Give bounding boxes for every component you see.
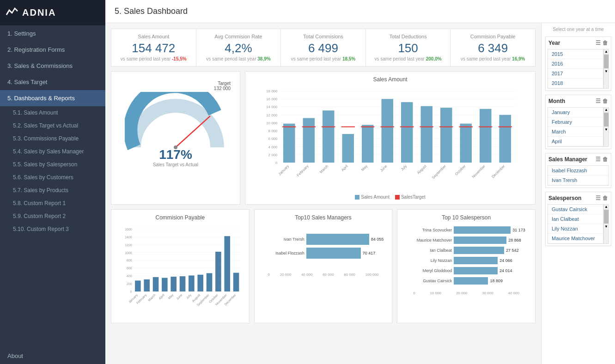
sidebar-sub-target[interactable]: 5.2. Sales Target vs Actual (0, 119, 105, 132)
salesperson-list-wrapper: Gustav Cairsick Ian Clalbeat Lily Nozzan… (548, 204, 609, 244)
month-sort-icon[interactable]: ☰ (596, 98, 601, 104)
svg-rect-98 (233, 273, 239, 292)
sales-manager-filter: Sales Manager ☰ 🗑 Isabel Flozzash Ivan T… (545, 153, 611, 188)
gauge-percent: 117% (153, 147, 198, 162)
commission-chart-box: Commision Payable 0200400600800100012001… (111, 209, 250, 323)
sidebar-item-registration[interactable]: 2. Registration Forms (0, 42, 105, 58)
salesperson-bar-fill (454, 237, 506, 244)
sales-manager-icons: ☰ 🗑 (596, 156, 608, 163)
salesperson-item-maurice[interactable]: Maurice Matchover (548, 234, 603, 243)
salesperson-bar-label: Gustav Cairsick (406, 279, 452, 283)
svg-text:1400: 1400 (125, 236, 132, 239)
bar-chart-container: 02 0004 0006 0008 00010 00012 00014 0001… (250, 86, 530, 193)
svg-text:May: May (167, 293, 174, 300)
gauge-svg (125, 92, 226, 152)
year-sort-icon[interactable]: ☰ (596, 40, 601, 46)
svg-text:2 000: 2 000 (268, 153, 278, 157)
kpi-label-2: Total Commisions (288, 34, 358, 39)
salesperson-bar-label: Maurice Matchover (406, 238, 452, 243)
svg-text:1000: 1000 (125, 251, 132, 255)
salesperson-bar-fill (454, 226, 511, 234)
year-item-2016[interactable]: 2016 (548, 59, 603, 69)
svg-rect-80 (153, 277, 159, 291)
sidebar: ADNIA 1. Settings 2. Registration Forms … (0, 0, 105, 364)
svg-rect-31 (342, 134, 354, 163)
svg-rect-37 (382, 99, 394, 163)
month-clear-icon[interactable]: 🗑 (603, 98, 608, 104)
year-scrollbar[interactable]: ▲ ▼ (603, 49, 609, 89)
bottom-charts-row: Commision Payable 0200400600800100012001… (111, 209, 536, 323)
svg-text:December: December (491, 164, 506, 179)
manager-sort-icon[interactable]: ☰ (596, 156, 601, 163)
svg-rect-49 (460, 124, 472, 163)
commission-svg: 02004006008001000120014001600JanuaryFebr… (116, 224, 244, 317)
svg-text:800: 800 (127, 259, 132, 262)
manager-item-isabel[interactable]: Isabel Flozzash (548, 166, 609, 176)
svg-text:0: 0 (130, 290, 132, 293)
salesperson-item-lily[interactable]: Lily Nozzan (548, 224, 603, 234)
sidebar-sub-by-manager[interactable]: 5.4. Sales by Sales Manager (0, 145, 105, 158)
salesperson-item-gustav[interactable]: Gustav Cairsick (548, 205, 603, 214)
svg-text:February: February (296, 164, 310, 177)
kpi-label-1: Avg Commision Rate (204, 34, 274, 39)
svg-rect-86 (180, 276, 186, 291)
salesperson-bar-row: Ian Clalbeat27 542 (406, 247, 527, 254)
sidebar-sub-custom2[interactable]: 5.9. Custom Report 2 (0, 210, 105, 223)
salesperson-bar-value: 31 173 (512, 228, 525, 232)
year-item-2017[interactable]: 2017 (548, 69, 603, 79)
kpi-label-3: Total Deductions (373, 34, 443, 39)
month-item-february[interactable]: February (548, 117, 603, 127)
year-clear-icon[interactable]: 🗑 (603, 40, 608, 46)
month-item-april[interactable]: April (548, 137, 603, 146)
month-item-march[interactable]: March (548, 127, 603, 137)
year-item-2015[interactable]: 2015 (548, 49, 603, 59)
manager-clear-icon[interactable]: 🗑 (603, 156, 608, 163)
sidebar-item-dashboards[interactable]: 5. Dashboards & Reports (0, 90, 105, 106)
kpi-label-4: Commision Payable (458, 34, 528, 39)
month-scrollbar[interactable]: ▲ ▼ (603, 107, 609, 147)
manager-item-ivan[interactable]: Ivan Trersh (548, 176, 609, 185)
salesperson-filter-list: Gustav Cairsick Ian Clalbeat Lily Nozzan… (548, 204, 603, 244)
sidebar-sub-custom3[interactable]: 5.10. Custom Report 3 (0, 223, 105, 236)
month-item-january[interactable]: January (548, 108, 603, 117)
manager-bar-label: Ivan Trersh (263, 237, 304, 242)
month-filter-icons: ☰ 🗑 (596, 98, 608, 104)
kpi-value-0: 154 472 (119, 41, 189, 55)
svg-text:July: July (185, 293, 192, 300)
kpi-total-deductions: Total Deductions 150 vs same period last… (366, 29, 451, 66)
content-area: Sales Amount 154 472 vs same period last… (105, 23, 615, 364)
sidebar-item-sales-target[interactable]: 4. Sales Target (0, 74, 105, 90)
sidebar-sub-custom1[interactable]: 5.8. Custom Report 1 (0, 197, 105, 210)
month-filter-label: Month (548, 98, 565, 104)
salesperson-item-ian[interactable]: Ian Clalbeat (548, 214, 603, 224)
year-item-2018[interactable]: 2018 (548, 79, 603, 88)
svg-text:200: 200 (127, 282, 132, 285)
sidebar-sub-commissions[interactable]: 5.3. Commissions Payable (0, 132, 105, 145)
salesperson-sort-icon[interactable]: ☰ (596, 195, 601, 201)
salesperson-scrollbar[interactable]: ▲ ▼ (603, 204, 609, 244)
kpi-commission-payable: Commision Payable 6 349 vs same period l… (451, 29, 535, 66)
gauge-label: Sales Target vs Actual (153, 162, 198, 167)
salesperson-label: Salesperson (548, 195, 581, 201)
top10-salesperson-bars: Trina Scovucker31 173Maurice Matchover28… (402, 224, 530, 289)
month-filter: Month ☰ 🗑 January February March April ▲ (545, 95, 611, 149)
sidebar-item-sales-commissions[interactable]: 3. Sales & Commissions (0, 58, 105, 74)
manager-bar-row: Isabel Flozzash70 417 (263, 248, 384, 259)
sidebar-sub-by-salesperson[interactable]: 5.5. Sales by Salesperson (0, 158, 105, 171)
salesperson-bar-row: Gustav Cairsick18 809 (406, 277, 527, 285)
salesperson-clear-icon[interactable]: 🗑 (603, 195, 608, 201)
sidebar-sub-by-customers[interactable]: 5.6. Sales by Customers (0, 171, 105, 184)
svg-text:14 000: 14 000 (266, 105, 278, 109)
sidebar-item-settings[interactable]: 1. Settings (0, 25, 105, 42)
sidebar-sub-sales-amount[interactable]: 5.1. Sales Amount (0, 106, 105, 119)
svg-text:April: April (341, 164, 349, 172)
top10-managers-title: Top10 Sales Managers (259, 214, 388, 221)
manager-bar-label: Isabel Flozzash (263, 251, 304, 255)
salesperson-header: Salesperson ☰ 🗑 (548, 194, 609, 202)
svg-text:0: 0 (275, 161, 278, 165)
svg-rect-22 (283, 124, 295, 163)
salesperson-filter: Salesperson ☰ 🗑 Gustav Cairsick Ian Clal… (545, 192, 611, 246)
sidebar-item-about[interactable]: About (0, 348, 105, 364)
sidebar-sub-by-products[interactable]: 5.7. Sales by Products (0, 184, 105, 197)
svg-text:10 000: 10 000 (266, 121, 278, 125)
